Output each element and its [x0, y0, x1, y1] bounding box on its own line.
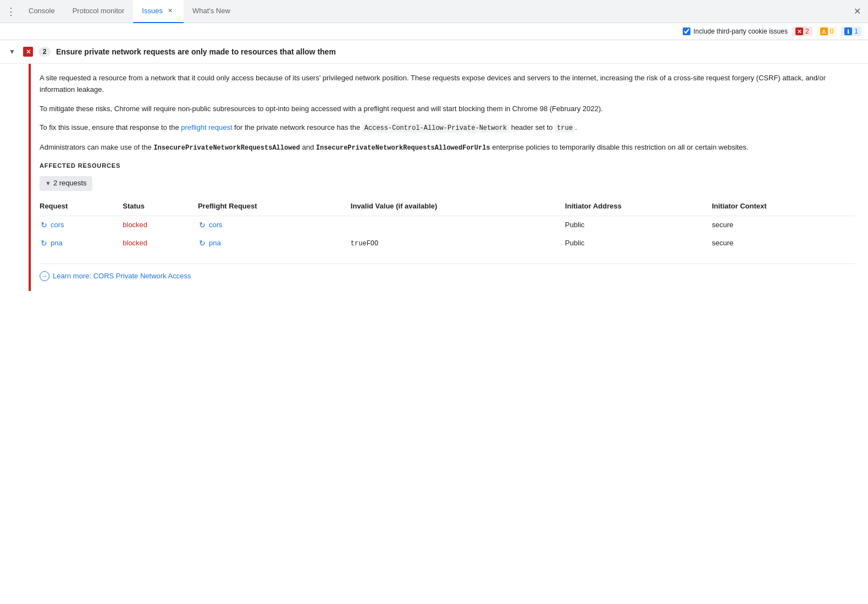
row1-request-link[interactable]: ↻ cors — [40, 219, 114, 231]
info-badge-icon: ℹ — [844, 28, 852, 35]
col-preflight: Preflight Request — [198, 197, 351, 216]
issue-body: A site requested a resource from a netwo… — [0, 64, 868, 291]
tab-console-label: Console — [29, 7, 55, 15]
desc3-end: . — [575, 123, 577, 131]
row2-preflight: ↻ pna — [198, 234, 351, 252]
tab-protocol-monitor[interactable]: Protocol monitor — [64, 0, 134, 23]
issue-description-1: A site requested a resource from a netwo… — [40, 73, 855, 96]
row2-invalid-value: trueFOO — [351, 234, 565, 252]
resources-table: Request Status Preflight Request Invalid… — [40, 197, 855, 252]
row1-initiator-context: secure — [712, 216, 855, 234]
table-header-row: Request Status Preflight Request Invalid… — [40, 197, 855, 216]
table-row: ↻ pna blocked ↻ pna — [40, 234, 855, 252]
third-party-cookie-label: Include third-party cookie issues — [694, 28, 788, 35]
toolbar: Include third-party cookie issues ✕ 2 ⚠ … — [0, 23, 868, 40]
row2-initiator-context: secure — [712, 234, 855, 252]
issue-count-badge: 2 — [38, 47, 51, 57]
row1-preflight-icon: ↻ — [198, 221, 207, 229]
row1-request-name: cors — [51, 219, 64, 231]
row2-request-link[interactable]: ↻ pna — [40, 238, 114, 249]
issue-header[interactable]: ▼ ✕ 2 Ensure private network requests ar… — [0, 40, 868, 64]
desc4-post: enterprise policies to temporarily disab… — [490, 143, 749, 151]
warning-badge[interactable]: ⚠ 0 — [817, 26, 837, 36]
issue-description-3: To fix this issue, ensure that response … — [40, 122, 855, 134]
row1-status-text: blocked — [123, 221, 147, 229]
row1-status: blocked — [123, 216, 198, 234]
row1-preflight-name: cors — [209, 219, 223, 231]
row2-invalid-code: trueFOO — [351, 240, 378, 248]
access-control-code: Access-Control-Allow-Private-Network — [362, 124, 509, 133]
issue-description-2: To mitigate these risks, Chrome will req… — [40, 103, 855, 115]
issue-title: Ensure private network requests are only… — [56, 47, 336, 56]
tab-console[interactable]: Console — [20, 0, 64, 23]
requests-chevron-icon: ▼ — [45, 179, 51, 189]
col-initiator-address: Initiator Address — [565, 197, 712, 216]
tab-whats-new[interactable]: What's New — [184, 0, 239, 23]
affected-resources-label: AFFECTED RESOURCES — [40, 161, 855, 171]
tab-protocol-monitor-label: Protocol monitor — [73, 7, 125, 15]
warning-count: 0 — [830, 28, 834, 35]
desc3-post: header set to — [509, 123, 555, 131]
issue-error-icon: ✕ — [23, 47, 33, 57]
warning-badge-icon: ⚠ — [820, 28, 828, 35]
desc4-mid: and — [300, 143, 316, 151]
row1-preflight: ↻ cors — [198, 216, 351, 234]
insecure-code1: InsecurePrivateNetworkRequestsAllowed — [153, 144, 300, 152]
issues-panel: ▼ ✕ 2 Ensure private network requests ar… — [0, 40, 868, 601]
issue-chevron-icon: ▼ — [9, 48, 18, 56]
learn-more-section: → Learn more: CORS Private Network Acces… — [40, 263, 855, 282]
desc4-pre: Administrators can make use of the — [40, 143, 153, 151]
learn-more-link[interactable]: → Learn more: CORS Private Network Acces… — [40, 271, 855, 282]
third-party-cookie-checkbox[interactable] — [683, 28, 690, 35]
row2-status-text: blocked — [123, 239, 147, 247]
row2-request-name: pna — [51, 238, 63, 249]
col-invalid-value: Invalid Value (if available) — [351, 197, 565, 216]
requests-count-label: 2 requests — [53, 178, 87, 189]
row1-preflight-link[interactable]: ↻ cors — [198, 219, 342, 231]
third-party-cookie-toggle[interactable]: Include third-party cookie issues — [683, 28, 788, 35]
info-badge[interactable]: ℹ 1 — [841, 26, 861, 36]
true-code: true — [555, 124, 575, 133]
tab-issues-close-button[interactable]: ✕ — [166, 7, 175, 15]
learn-more-arrow-icon: → — [40, 271, 49, 281]
preflight-request-link[interactable]: preflight request — [181, 123, 232, 131]
error-badge-icon: ✕ — [795, 28, 803, 35]
issue-description-4: Administrators can make use of the Insec… — [40, 142, 855, 153]
info-count: 1 — [854, 28, 858, 35]
col-request: Request — [40, 197, 123, 216]
requests-toggle[interactable]: ▼ 2 requests — [40, 176, 92, 191]
error-count: 2 — [805, 28, 809, 35]
tab-bar: ⋮ Console Protocol monitor Issues ✕ What… — [0, 0, 868, 23]
row2-refresh-icon: ↻ — [40, 239, 48, 248]
row2-initiator-address: Public — [565, 234, 712, 252]
tab-whats-new-label: What's New — [192, 7, 230, 15]
row1-initiator-address: Public — [565, 216, 712, 234]
row2-request: ↻ pna — [40, 234, 123, 252]
error-badge[interactable]: ✕ 2 — [792, 26, 812, 36]
learn-more-text: Learn more: CORS Private Network Access — [53, 271, 191, 282]
table-row: ↻ cors blocked ↻ cors — [40, 216, 855, 234]
desc3-pre: To fix this issue, ensure that response … — [40, 123, 181, 131]
row1-invalid-value — [351, 216, 565, 234]
row2-preflight-link[interactable]: ↻ pna — [198, 238, 342, 249]
issue-content: A site requested a resource from a netwo… — [31, 64, 868, 291]
row2-status: blocked — [123, 234, 198, 252]
desc3-mid: for the private network resource has the — [233, 123, 362, 131]
row2-preflight-icon: ↻ — [198, 239, 207, 248]
tab-issues[interactable]: Issues ✕ — [133, 0, 184, 23]
row2-preflight-name: pna — [209, 238, 221, 249]
tab-issues-label: Issues — [142, 7, 163, 15]
col-initiator-context: Initiator Context — [712, 197, 855, 216]
more-tabs-button[interactable]: ⋮ — [4, 5, 18, 18]
devtools-close-button[interactable]: ✕ — [850, 5, 864, 18]
col-status: Status — [123, 197, 198, 216]
row1-request: ↻ cors — [40, 216, 123, 234]
row1-refresh-icon: ↻ — [40, 221, 48, 229]
insecure-code2: InsecurePrivateNetworkRequestsAllowedFor… — [316, 144, 490, 152]
